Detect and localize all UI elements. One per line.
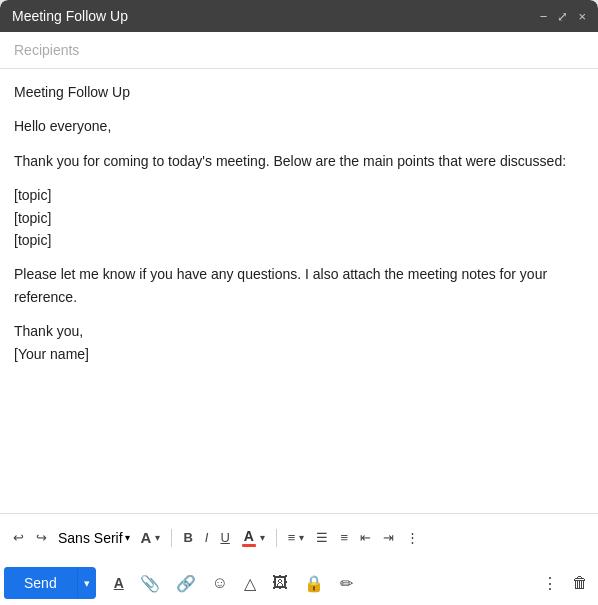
topic-line-1: [topic] [topic] [topic] [14,184,584,251]
more-options-icon: ⋮ [542,574,558,593]
indent-less-icon: ⇤ [360,530,371,545]
subject-line: Meeting Follow Up [14,81,584,103]
unordered-list-button[interactable]: ≡ [335,526,353,549]
topic-line-3: [topic] [14,232,51,248]
font-color-button[interactable]: A ▾ [237,524,270,551]
delete-icon: 🗑 [572,574,588,592]
font-size-chevron-icon: ▾ [155,532,160,543]
font-family-selector[interactable]: Sans Serif ▾ [54,528,134,548]
indent-less-button[interactable]: ⇤ [355,526,376,549]
topic-line-2: [topic] [14,210,51,226]
insert-link-icon: 🔗 [176,574,196,593]
email-compose-window: Meeting Follow Up − ⤢ × Recipients Meeti… [0,0,598,605]
redo-button[interactable]: ↪ [31,526,52,549]
attach-file-button[interactable]: 📎 [134,568,166,599]
send-dropdown-button[interactable]: ▾ [77,569,96,598]
emoji-button[interactable]: ☺ [206,568,234,598]
font-size-icon: A [141,529,152,546]
expand-button[interactable]: ⤢ [557,10,568,23]
action-bar: Send ▾ A 📎 🔗 ☺ △ 🖼 🔒 ✏ ⋮ [0,561,598,605]
font-color-chevron-icon: ▾ [260,532,265,543]
font-family-label: Sans Serif [58,530,123,546]
action-bar-right: ⋮ 🗑 [536,568,594,599]
thanks-line: Thank you, [Your name] [14,320,584,365]
italic-button[interactable]: I [200,526,214,549]
attach-file-icon: 📎 [140,574,160,593]
toolbar-divider-2 [276,529,277,547]
indent-more-icon: ⇥ [383,530,394,545]
ordered-list-icon: ☰ [316,530,328,545]
name-line: [Your name] [14,346,89,362]
greeting-line: Hello everyone, [14,115,584,137]
toolbar-area: ↩ ↪ Sans Serif ▾ A ▾ B I U A ▾ [0,513,598,561]
signature-button[interactable]: ✏ [334,568,359,599]
align-button[interactable]: ≡ ▾ [283,526,310,549]
more-options-button[interactable]: ⋮ [536,568,564,599]
toolbar-divider-1 [171,529,172,547]
send-button[interactable]: Send [4,567,77,599]
email-body-area[interactable]: Meeting Follow Up Hello everyone, Thank … [0,69,598,513]
formatting-toggle-icon: A [114,575,124,591]
more-formatting-button[interactable]: ⋮ [401,526,424,549]
confidential-button[interactable]: 🔒 [298,568,330,599]
unordered-list-icon: ≡ [340,530,348,545]
minimize-button[interactable]: − [540,10,548,23]
insert-image-icon: 🖼 [272,574,288,592]
font-size-button[interactable]: A ▾ [136,525,166,550]
undo-button[interactable]: ↩ [8,526,29,549]
align-icon: ≡ [288,530,296,545]
drive-icon: △ [244,574,256,593]
signature-icon: ✏ [340,574,353,593]
more-formatting-icon: ⋮ [406,530,419,545]
ordered-list-button[interactable]: ☰ [311,526,333,549]
window-controls: − ⤢ × [540,10,586,23]
align-chevron-icon: ▾ [299,532,304,543]
formatting-toggle-button[interactable]: A [108,569,130,597]
recipients-placeholder: Recipients [14,42,79,58]
title-bar: Meeting Follow Up − ⤢ × [0,0,598,32]
insert-image-button[interactable]: 🖼 [266,568,294,598]
font-family-chevron-icon: ▾ [125,532,130,543]
window-title: Meeting Follow Up [12,8,128,24]
recipients-field[interactable]: Recipients [0,32,598,69]
close-button[interactable]: × [578,10,586,23]
indent-more-button[interactable]: ⇥ [378,526,399,549]
font-color-icon: A [242,528,256,547]
delete-button[interactable]: 🗑 [566,568,594,598]
formatting-toolbar: ↩ ↪ Sans Serif ▾ A ▾ B I U A ▾ [8,520,590,555]
confidential-icon: 🔒 [304,574,324,593]
underline-button[interactable]: U [215,526,234,549]
closing-line: Please let me know if you have any quest… [14,263,584,308]
emoji-icon: ☺ [212,574,228,592]
intro-line: Thank you for coming to today's meeting.… [14,150,584,172]
insert-link-button[interactable]: 🔗 [170,568,202,599]
bold-button[interactable]: B [178,526,197,549]
send-button-group: Send ▾ [4,567,96,599]
drive-button[interactable]: △ [238,568,262,599]
